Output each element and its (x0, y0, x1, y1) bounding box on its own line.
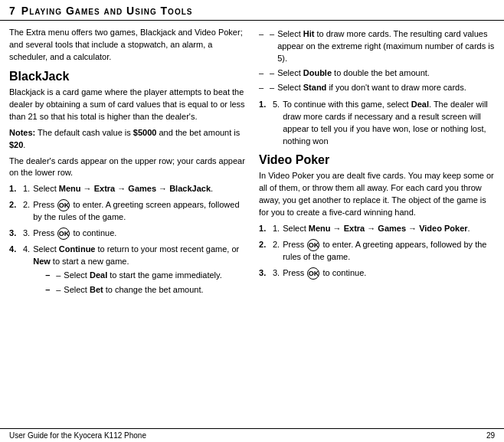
footer-left: User Guide for the Kyocera K112 Phone (9, 431, 146, 440)
step-1-text: Select Menu → Extra → Games → BlackJack. (33, 183, 247, 195)
step-4-text: Select Continue to return to your most r… (33, 244, 247, 299)
bullet-deal: –Select Deal to start the game immediate… (45, 270, 247, 282)
left-column: The Extra menu offers two games, Blackja… (9, 27, 247, 303)
right-column: –Select Hit to draw more cards. The resu… (259, 27, 495, 303)
vp-step-1: 1. Select Menu → Extra → Games → Video P… (259, 223, 495, 235)
step-4-bullets: –Select Deal to start the game immediate… (45, 270, 247, 296)
notes-line2: The dealer's cards appear on the upper r… (9, 156, 247, 180)
bullet-double: –Select Double to double the bet amount. (259, 67, 495, 80)
step-2: 2. Press OK to enter. A greeting screen … (9, 199, 247, 224)
chapter-title: Playing Games and Using Tools (21, 5, 193, 17)
notes-line1: The default cash value is $5000 and the … (9, 128, 240, 149)
page-footer: User Guide for the Kyocera K112 Phone 29 (0, 428, 504, 442)
step-3-text: Press OK to continue. (33, 228, 247, 240)
blackjack-notes: Notes: The default cash value is $5000 a… (9, 127, 247, 152)
step-1: 1. Select Menu → Extra → Games → BlackJa… (9, 183, 247, 195)
vp-step-3-text: Press OK to continue. (283, 267, 495, 280)
video-poker-steps: 1. Select Menu → Extra → Games → Video P… (259, 223, 495, 280)
step-3: 3. Press OK to continue. (9, 228, 247, 240)
right-bullets: –Select Hit to draw more cards. The resu… (259, 28, 495, 94)
vp-step-1-text: Select Menu → Extra → Games → Video Poke… (283, 223, 495, 235)
blackjack-steps: 1. Select Menu → Extra → Games → BlackJa… (9, 183, 247, 299)
step5-list: 5. To continue with this game, select De… (259, 99, 495, 148)
ok-icon-vp-step3: OK (307, 267, 319, 280)
ok-icon-vp-step2: OK (307, 239, 319, 251)
video-poker-heading: Video Poker (259, 153, 495, 167)
page-header: 7 Playing Games and Using Tools (0, 0, 504, 21)
main-content: The Extra menu offers two games, Blackja… (0, 21, 504, 326)
vp-step-2: 2. Press OK to enter. A greeting appears… (259, 239, 495, 264)
ok-icon-step3: OK (57, 228, 70, 240)
bullet-stand: –Select Stand if you don't want to draw … (259, 82, 495, 94)
step-5-text: To continue with this game, select Deal.… (283, 99, 495, 148)
step-4: 4. Select Continue to return to your mos… (9, 244, 247, 299)
bullet-bet: –Select Bet to change the bet amount. (45, 284, 247, 296)
ok-icon-step2: OK (57, 199, 70, 211)
bullet-hit: –Select Hit to draw more cards. The resu… (259, 28, 495, 65)
vp-step-2-text: Press OK to enter. A greeting appears, f… (283, 239, 495, 264)
notes-label: Notes: (9, 128, 35, 137)
vp-step-3: 3. Press OK to continue. (259, 267, 495, 280)
intro-text: The Extra menu offers two games, Blackja… (9, 27, 247, 64)
footer-right: 29 (486, 431, 495, 440)
blackjack-description: Blackjack is a card game where the playe… (9, 87, 247, 123)
blackjack-heading: BlackJack (9, 70, 247, 83)
step-5: 5. To continue with this game, select De… (259, 99, 495, 148)
chapter-number: 7 (9, 5, 15, 17)
step-2-text: Press OK to enter. A greeting screen app… (33, 199, 247, 224)
video-poker-description: In Video Poker you are dealt five cards.… (259, 170, 495, 219)
